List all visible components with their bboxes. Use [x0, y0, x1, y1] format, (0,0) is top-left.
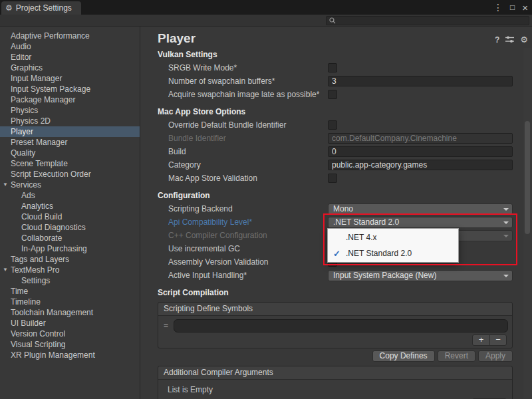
- list-toolbar: + −: [472, 334, 507, 346]
- close-icon[interactable]: ×: [522, 2, 528, 13]
- sidebar-item-input-system-package[interactable]: Input System Package: [0, 84, 140, 94]
- sidebar-item-physics-2d[interactable]: Physics 2D: [0, 116, 140, 126]
- checkbox[interactable]: [328, 63, 337, 72]
- scripting-define-symbols-box: Scripting Define Symbols = + −: [158, 302, 513, 348]
- gear-icon: ⚙: [5, 3, 13, 13]
- sidebar-item-label: Scene Template: [11, 159, 68, 168]
- dropdown-scripting-backend[interactable]: Mono: [328, 203, 513, 215]
- menu-icon[interactable]: ⋮: [493, 2, 503, 13]
- text-field-category[interactable]: public.app-category.games: [328, 160, 513, 170]
- text-field-build[interactable]: 0: [328, 146, 513, 157]
- preset-icon[interactable]: [505, 36, 514, 43]
- checkbox[interactable]: [328, 90, 337, 99]
- script-compilation-area: Scripting Define Symbols = + − Copy: [141, 302, 532, 399]
- maximize-icon[interactable]: □: [510, 3, 515, 12]
- sidebar-item-label: Cloud Diagnostics: [21, 223, 86, 232]
- sidebar-item-adaptive-performance[interactable]: Adaptive Performance: [0, 31, 140, 41]
- sidebar-list: Adaptive PerformanceAudioEditorGraphicsI…: [0, 31, 140, 360]
- sidebar-item-cloud-diagnostics[interactable]: Cloud Diagnostics: [0, 222, 140, 233]
- sidebar-item-editor[interactable]: Editor: [0, 52, 140, 63]
- sidebar-item-textmesh-pro[interactable]: ▼TextMesh Pro: [0, 265, 140, 275]
- setting-value: .NET Standard 2.0: [328, 217, 513, 228]
- sidebar-item-services[interactable]: ▼Services: [0, 180, 140, 190]
- popup-option-net-standard-2-0[interactable]: ✓.NET Standard 2.0: [328, 245, 458, 261]
- box-body: List is Empty + −: [158, 380, 512, 399]
- sidebar-item-label: Adaptive Performance: [11, 31, 90, 41]
- add-button[interactable]: +: [473, 335, 489, 345]
- help-icon[interactable]: ?: [495, 35, 499, 45]
- chevron-down-icon: [503, 221, 509, 224]
- setting-row-acquire-swapchain-image-late-as-possible: Acquire swapchain image late as possible…: [168, 88, 513, 101]
- sidebar-item-input-manager[interactable]: Input Manager: [0, 73, 140, 84]
- tab-project-settings[interactable]: ⚙ Project Settings: [1, 1, 81, 15]
- revert-button[interactable]: Revert: [438, 350, 475, 362]
- remove-button[interactable]: −: [489, 335, 506, 345]
- setting-row-number-of-swapchain-buffers: Number of swapchain buffers*3: [168, 74, 513, 88]
- page-title: Player: [158, 31, 196, 45]
- sidebar-item-audio[interactable]: Audio: [0, 41, 140, 52]
- section-header-configuration: Configuration: [158, 189, 513, 202]
- scrollbar-thumb[interactable]: [525, 121, 530, 234]
- additional-compiler-arguments-box: Additional Compiler Arguments List is Em…: [158, 366, 513, 399]
- sidebar-item-label: Graphics: [11, 63, 43, 72]
- copy-defines-button[interactable]: Copy Defines: [372, 350, 435, 362]
- checkbox[interactable]: [328, 120, 337, 130]
- sidebar-item-visual-scripting[interactable]: Visual Scripting: [0, 339, 140, 350]
- drag-handle-icon[interactable]: =: [162, 321, 170, 331]
- sidebar-item-cloud-build[interactable]: Cloud Build: [0, 211, 140, 222]
- sidebar-item-ui-builder[interactable]: UI Builder: [0, 318, 140, 329]
- setting-label: SRGB Write Mode*: [168, 63, 328, 72]
- setting-value: 3: [328, 76, 513, 86]
- setting-row-api-compatibility-level: Api Compatibility Level*.NET Standard 2.…: [168, 215, 513, 229]
- sidebar-item-collaborate[interactable]: Collaborate: [0, 233, 140, 243]
- text-field-number-of-swapchain-buffers[interactable]: 3: [328, 76, 513, 86]
- sidebar-item-label: Services: [11, 180, 41, 190]
- sidebar-item-tags-and-layers[interactable]: Tags and Layers: [0, 254, 140, 265]
- sidebar-item-quality[interactable]: Quality: [0, 148, 140, 158]
- setting-value: [328, 90, 513, 99]
- sidebar-item-label: Version Control: [11, 329, 65, 338]
- sidebar-item-player[interactable]: Player: [0, 126, 140, 137]
- sidebar-item-physics[interactable]: Physics: [0, 105, 140, 116]
- search-box[interactable]: [326, 16, 529, 25]
- sidebar-item-time[interactable]: Time: [0, 286, 140, 297]
- box-header: Scripting Define Symbols: [158, 303, 512, 316]
- foldout-expanded-icon[interactable]: ▼: [2, 265, 9, 275]
- header-icons: ? ⚙: [495, 35, 528, 45]
- apply-button[interactable]: Apply: [478, 350, 513, 362]
- checkbox[interactable]: [328, 174, 337, 183]
- sidebar-item-toolchain-management[interactable]: Toolchain Management: [0, 307, 140, 318]
- foldout-expanded-icon[interactable]: ▼: [2, 180, 9, 190]
- search-input[interactable]: [338, 17, 526, 25]
- setting-label: C++ Compiler Configuration: [168, 231, 328, 240]
- sidebar-item-ads[interactable]: Ads: [0, 190, 140, 201]
- chevron-down-icon: [503, 275, 509, 277]
- sidebar-item-scene-template[interactable]: Scene Template: [0, 158, 140, 169]
- popup-option-net-4-x[interactable]: .NET 4.x: [328, 229, 458, 245]
- sidebar-item-script-execution-order[interactable]: Script Execution Order: [0, 169, 140, 180]
- sidebar-item-preset-manager[interactable]: Preset Manager: [0, 137, 140, 148]
- popup-option-label: .NET 4.x: [346, 233, 376, 242]
- dropdown-active-input-handling[interactable]: Input System Package (New): [328, 270, 513, 281]
- define-symbol-input[interactable]: [174, 319, 508, 332]
- sidebar-item-label: Tags and Layers: [11, 255, 69, 264]
- sidebar-item-package-manager[interactable]: Package Manager: [0, 94, 140, 105]
- setting-label: Use incremental GC: [168, 244, 328, 253]
- sidebar: Adaptive PerformanceAudioEditorGraphicsI…: [0, 27, 140, 399]
- vertical-scrollbar[interactable]: [523, 48, 531, 398]
- sidebar-item-in-app-purchasing[interactable]: In-App Purchasing: [0, 243, 140, 254]
- setting-value: [328, 174, 513, 183]
- dropdown-api-compatibility-level[interactable]: .NET Standard 2.0: [328, 217, 513, 228]
- gear-icon[interactable]: ⚙: [520, 35, 528, 45]
- sidebar-item-version-control[interactable]: Version Control: [0, 329, 140, 339]
- sidebar-item-settings[interactable]: Settings: [0, 275, 140, 286]
- sidebar-item-timeline[interactable]: Timeline: [0, 297, 140, 307]
- setting-value: 0: [328, 146, 513, 157]
- box-body: = + −: [158, 316, 512, 348]
- sidebar-item-graphics[interactable]: Graphics: [0, 63, 140, 73]
- box-header: Additional Compiler Arguments: [158, 366, 512, 380]
- sidebar-item-xr-plugin-management[interactable]: XR Plugin Management: [0, 350, 140, 360]
- sidebar-item-analytics[interactable]: Analytics: [0, 201, 140, 211]
- setting-label: Mac App Store Validation: [168, 174, 328, 183]
- section-title: Vulkan Settings: [158, 50, 217, 59]
